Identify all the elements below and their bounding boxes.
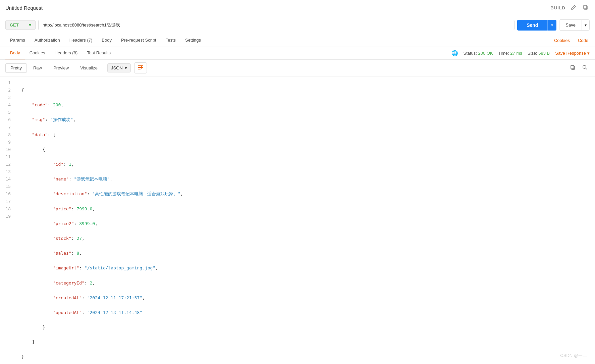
json-content: { "code": 200, "msg": "操作成功", "data": [ … (16, 79, 595, 364)
build-label: BUILD (550, 5, 565, 10)
url-bar: GET ▾ Send ▾ Save ▾ (0, 16, 595, 34)
request-tabs-right: Cookies Code (553, 35, 590, 46)
search-icon (582, 65, 588, 70)
tab-body[interactable]: Body (97, 34, 116, 47)
title-bar: Untitled Request BUILD (0, 0, 595, 16)
save-dropdown-button[interactable]: ▾ (582, 20, 589, 30)
json-line-5: { (21, 146, 590, 153)
size-label: Size: 583 B (528, 51, 550, 56)
title-bar-actions: BUILD (550, 3, 590, 13)
save-response-label: Save Response (555, 51, 586, 56)
page-title: Untitled Request (5, 5, 43, 11)
json-line-19: } (21, 353, 590, 361)
save-response-button[interactable]: Save Response ▾ (555, 51, 590, 56)
tab-params[interactable]: Params (5, 34, 30, 47)
url-input[interactable] (38, 20, 515, 30)
search-button[interactable] (580, 63, 590, 73)
edit-icon (571, 5, 576, 10)
tab-pre-request-script[interactable]: Pre-request Script (116, 34, 161, 47)
line-numbers: 1 2 3 4 5 6 7 8 9 10 11 12 13 14 15 16 1… (0, 79, 16, 364)
body-toolbar: Pretty Raw Preview Visualize JSON ▾ (0, 60, 595, 76)
res-tab-headers[interactable]: Headers (8) (50, 47, 83, 59)
json-line-16: "updatedAt": "2024-12-13 11:14:48" (21, 309, 590, 316)
res-tab-cookies[interactable]: Cookies (25, 47, 50, 59)
cookies-link[interactable]: Cookies (553, 35, 571, 46)
svg-point-7 (583, 65, 586, 68)
status-label: Status: 200 OK (464, 51, 493, 56)
method-value: GET (10, 22, 19, 28)
json-line-15: "createdAt": "2024-12-11 17:21:57", (21, 294, 590, 302)
json-line-7: "name": "游戏笔记本电脑", (21, 175, 590, 183)
copy-icon (570, 65, 576, 70)
view-visualize-button[interactable]: Visualize (75, 63, 103, 72)
tab-authorization[interactable]: Authorization (30, 34, 65, 47)
res-tab-test-results[interactable]: Test Results (82, 47, 115, 59)
json-line-13: "imageUrl": "/static/laptop_gaming.jpg", (21, 264, 590, 272)
wrap-button[interactable] (134, 62, 147, 73)
footer-watermark: CSDN @一二 (560, 353, 587, 359)
toolbar-right (568, 63, 590, 73)
method-dropdown-icon: ▾ (29, 22, 31, 28)
code-link[interactable]: Code (577, 35, 590, 46)
json-viewer: 1 2 3 4 5 6 7 8 9 10 11 12 13 14 15 16 1… (0, 76, 595, 364)
json-line-12: "sales": 8, (21, 250, 590, 257)
copy-icon (583, 5, 588, 10)
format-value: JSON (111, 65, 123, 70)
json-line-11: "stock": 27, (21, 235, 590, 242)
json-line-2: "code": 200, (21, 101, 590, 109)
send-button[interactable]: Send (517, 20, 547, 31)
json-line-14: "categoryId": 2, (21, 279, 590, 287)
request-tabs: Params Authorization Headers (7) Body Pr… (0, 34, 595, 47)
globe-icon: 🌐 (451, 50, 458, 56)
copy-response-button[interactable] (568, 63, 578, 73)
json-line-10: "price2": 8999.0, (21, 220, 590, 227)
json-line-1: { (21, 87, 590, 94)
time-label: Time: 27 ms (498, 51, 522, 56)
save-response-arrow: ▾ (587, 51, 590, 56)
save-button[interactable]: Save (559, 20, 582, 30)
json-line-18: ] (21, 339, 590, 346)
view-preview-button[interactable]: Preview (48, 63, 74, 72)
svg-line-8 (586, 68, 587, 69)
save-button-group: Save ▾ (559, 19, 590, 31)
tab-tests[interactable]: Tests (161, 34, 180, 47)
svg-rect-6 (571, 65, 574, 69)
json-line-6: "id": 1, (21, 161, 590, 168)
send-dropdown-button[interactable]: ▾ (547, 20, 556, 31)
watermark-text: CSDN @一二 (560, 353, 587, 358)
status-value: 200 OK (478, 51, 493, 56)
response-status: 🌐 Status: 200 OK Time: 27 ms Size: 583 B… (451, 50, 590, 56)
tab-headers[interactable]: Headers (7) (65, 34, 97, 47)
format-dropdown-icon: ▾ (125, 65, 127, 70)
tab-settings[interactable]: Settings (180, 34, 206, 47)
send-button-group: Send ▾ (517, 20, 556, 31)
json-line-8: "description": "高性能的游戏笔记本电脑，适合游戏玩家。", (21, 190, 590, 198)
time-value: 27 ms (510, 51, 522, 56)
json-line-9: "price": 7999.0, (21, 205, 590, 213)
view-raw-button[interactable]: Raw (28, 63, 47, 72)
edit-icon-button[interactable] (570, 3, 578, 13)
json-line-17: } (21, 324, 590, 331)
response-tabs: Body Cookies Headers (8) Test Results 🌐 … (0, 47, 595, 60)
wrap-icon (137, 64, 144, 70)
copy-icon-button[interactable] (582, 3, 590, 13)
json-line-4: "data": [ (21, 131, 590, 139)
format-selector[interactable]: JSON ▾ (107, 63, 131, 72)
svg-rect-1 (584, 5, 587, 9)
method-selector[interactable]: GET ▾ (5, 20, 36, 30)
json-line-3: "msg": "操作成功", (21, 116, 590, 123)
res-tab-body[interactable]: Body (5, 47, 25, 59)
view-pretty-button[interactable]: Pretty (5, 63, 27, 72)
size-value: 583 B (538, 51, 550, 56)
